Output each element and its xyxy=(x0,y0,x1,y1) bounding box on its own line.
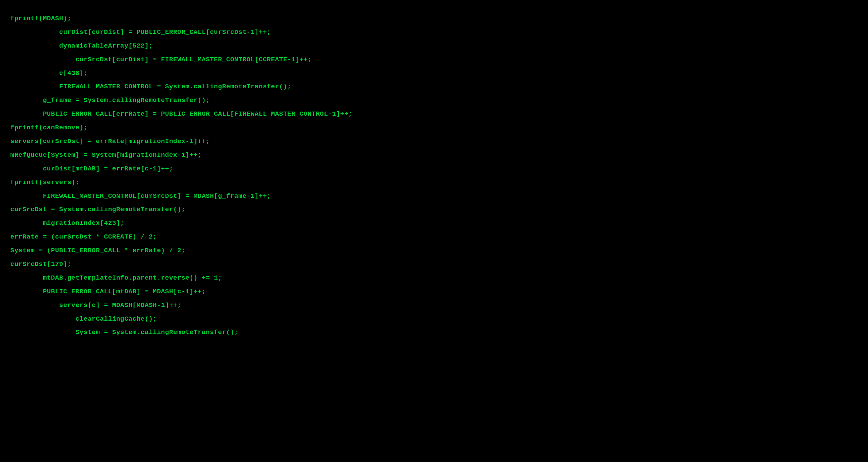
code-line: errRate = (curSrcDst * CCREATE) / 2; xyxy=(10,230,858,244)
code-line: mtDAB.getTemplateInfo.parent.reverse() +… xyxy=(10,271,858,285)
code-line: g_frame = System.callingRemoteTransfer()… xyxy=(10,94,858,107)
code-line: servers[curSrcDst] = errRate[migrationIn… xyxy=(10,135,858,149)
code-line: mRefQueue[System] = System[migrationInde… xyxy=(10,149,858,162)
code-line: FIREWALL_MASTER_CONTROL = System.calling… xyxy=(10,80,858,94)
code-line: FIREWALL_MASTER_CONTROL[curSrcDst] = MDA… xyxy=(10,190,858,203)
code-line: c[438]; xyxy=(10,67,858,80)
code-line: servers[c] = MDASH[MDASH-1]++; xyxy=(10,299,858,312)
code-line: clearCallingCache(); xyxy=(10,312,858,326)
code-line: curSrcDst[179]; xyxy=(10,258,858,271)
code-line: dynamicTableArray[522]; xyxy=(10,39,858,53)
code-line: fprintf(MDASH); xyxy=(10,12,858,26)
code-line: PUBLIC_ERROR_CALL[errRate] = PUBLIC_ERRO… xyxy=(10,107,858,121)
code-line: System = (PUBLIC_ERROR_CALL * errRate) /… xyxy=(10,244,858,258)
code-line: fprintf(canRemove); xyxy=(10,121,858,135)
code-line: fprintf(servers); xyxy=(10,176,858,190)
code-line: System = System.callingRemoteTransfer(); xyxy=(10,326,858,339)
code-terminal: fprintf(MDASH); curDist[curDist] = PUBLI… xyxy=(10,12,858,339)
code-line: curSrcDst = System.callingRemoteTransfer… xyxy=(10,203,858,217)
code-line: curSrcDst[curDist] = FIREWALL_MASTER_CON… xyxy=(10,53,858,67)
code-line: curDist[curDist] = PUBLIC_ERROR_CALL[cur… xyxy=(10,26,858,39)
code-line: PUBLIC_ERROR_CALL[mtDAB] = MDASH[c-1]++; xyxy=(10,285,858,299)
code-line: migrationIndex[423]; xyxy=(10,217,858,230)
code-line: curDist[mtDAB] = errRate[c-1]++; xyxy=(10,162,858,176)
